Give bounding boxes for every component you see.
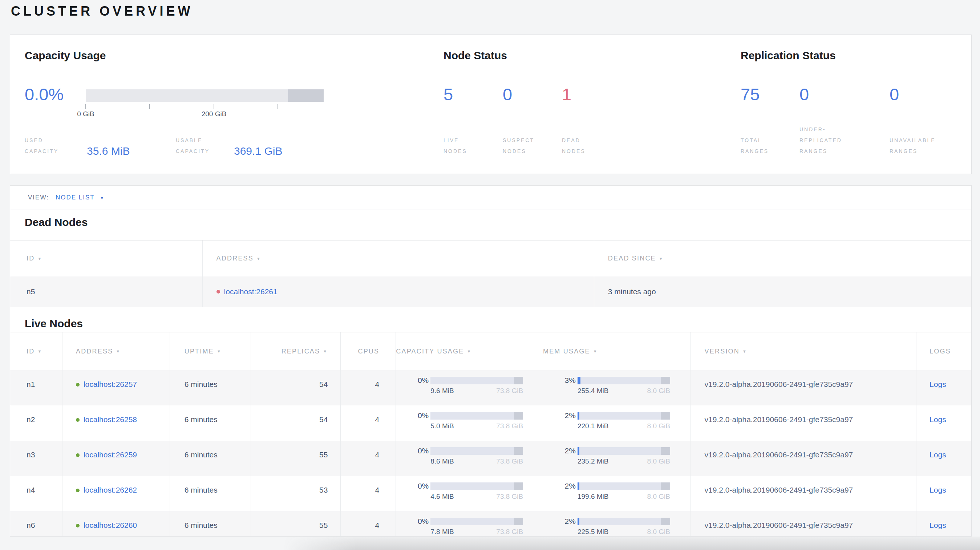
live-node-row: n4localhost:262626 minutes5340%4.6 MiB73… [10,476,971,511]
logs-link[interactable]: Logs [929,521,946,529]
live-node-row: n6localhost:262606 minutes5540%7.8 MiB73… [10,511,971,537]
cluster-overview-page: CLUSTER OVERVIEW Capacity Usage 0.0% 0 G… [0,0,980,550]
sort-desc-icon: ▼ [467,349,471,353]
gauge-tick [149,104,150,109]
usage-total: 8.0 GiB [647,422,670,430]
view-label: VIEW: [28,194,49,201]
sort-desc-icon: ▼ [323,349,328,353]
dead-nodes-label: DEAD NODES [562,135,631,157]
usage-value: 255.4 MiB [578,387,609,395]
logs-link[interactable]: Logs [929,486,946,494]
col-header-address[interactable]: ADDRESS▼ [203,240,594,277]
usage-value: 220.1 MiB [578,422,609,430]
usage-value: 7.8 MiB [430,528,454,536]
usage-total: 8.0 GiB [647,493,670,501]
node-id: n5 [10,277,203,307]
col-header-id[interactable]: ID▼ [10,332,62,370]
nodes-panel: VIEW: NODE LIST ▼ Dead Nodes ID▼ADDRESS▼… [10,185,972,537]
logs-link[interactable]: Logs [929,415,946,424]
sort-desc-icon: ▼ [659,256,663,261]
usage-bar-fill [578,447,579,455]
live-nodes-label: LIVE NODES [444,135,512,157]
dead-status-icon [216,290,220,294]
node-cpus: 4 [341,476,396,511]
usage-total: 73.8 GiB [496,493,523,501]
usage-total: 8.0 GiB [647,387,670,395]
node-address: localhost:26257 [62,370,170,405]
dead-nodes-body: n5localhost:262613 minutes ago [10,277,971,307]
chevron-down-icon: ▼ [100,196,105,200]
mem-usage-cell: 2%235.2 MiB8.0 GiB [543,441,690,476]
capacity-usage-cell: 0%7.8 MiB73.8 GiB [396,511,543,537]
usage-total: 73.8 GiB [496,528,523,536]
node-uptime: 6 minutes [170,370,251,405]
col-header-address[interactable]: ADDRESS▼ [62,332,170,370]
live-nodes-body: n1localhost:262576 minutes5440%9.6 MiB73… [10,370,971,537]
node-uptime: 6 minutes [170,511,251,537]
node-id: n2 [10,405,62,441]
gauge-tick [277,104,278,109]
usage-bar-fill [578,482,579,490]
usage-bar [578,447,670,455]
address-link[interactable]: localhost:26261 [224,287,277,296]
usage-total: 73.8 GiB [496,457,523,465]
address-link[interactable]: localhost:26260 [84,521,137,529]
address-link[interactable]: localhost:26259 [84,450,137,459]
usage-bar-reserved-segment [514,482,523,490]
node-cpus: 4 [341,511,396,537]
address-link[interactable]: localhost:26262 [84,486,137,494]
usage-bar [430,482,523,490]
usage-bar [578,412,670,420]
usage-value: 235.2 MiB [578,457,609,465]
view-selector[interactable]: NODE LIST ▼ [56,194,105,201]
node-version: v19.2.0-alpha.20190606-2491-gfe735c9a97 [690,370,916,405]
usage-percent: 2% [556,447,576,455]
under-replicated-label: UNDER- REPLICATED RANGES [799,124,869,157]
logs-link[interactable]: Logs [929,450,946,459]
sort-desc-icon: ▼ [116,349,121,353]
capacity-usage-cell: 0%9.6 MiB73.8 GiB [396,370,543,405]
usage-bar [430,447,523,455]
node-replicas: 55 [251,511,341,537]
dead-since: 3 minutes ago [594,277,971,307]
node-uptime: 6 minutes [170,441,251,476]
capacity-gauge-reserved-segment [288,89,324,102]
usage-bar-reserved-segment [661,482,670,490]
usage-bar [578,482,670,490]
col-header-version[interactable]: VERSION▼ [690,332,917,370]
node-replicas: 55 [251,441,341,476]
view-selected-value: NODE LIST [56,194,95,201]
dead-nodes-table: ID▼ADDRESS▼DEAD SINCE▼ n5localhost:26261… [10,240,971,307]
col-header-replicas[interactable]: REPLICAS▼ [251,332,341,370]
address-link[interactable]: localhost:26257 [84,380,137,388]
live-nodes-heading: Live Nodes [25,318,83,330]
usage-bar-reserved-segment [661,412,670,420]
node-address: localhost:26258 [62,405,170,441]
node-replicas: 54 [251,405,341,441]
capacity-usage-cell: 0%5.0 MiB73.8 GiB [396,405,543,441]
live-status-icon [76,489,80,492]
node-id: n1 [10,370,62,405]
sort-desc-icon: ▼ [37,349,42,353]
node-uptime: 6 minutes [170,405,251,441]
col-header-capacity-usage[interactable]: CAPACITY USAGE▼ [396,332,543,370]
usage-value: 8.6 MiB [430,457,454,465]
usage-percent: 0% [409,482,429,490]
usage-bar-reserved-segment [514,412,523,420]
sort-desc-icon: ▼ [217,349,221,353]
usage-total: 8.0 GiB [647,528,670,536]
gauge-tick [85,104,86,109]
used-capacity-value: 35.6 MiB [87,145,130,157]
usage-bar-reserved-segment [661,518,670,525]
logs-link[interactable]: Logs [929,380,946,388]
col-header-id[interactable]: ID▼ [10,240,203,277]
address-link[interactable]: localhost:26258 [84,415,137,424]
col-header-mem-usage[interactable]: MEM USAGE▼ [543,332,690,370]
col-header-uptime[interactable]: UPTIME▼ [170,332,251,370]
live-node-row: n3localhost:262596 minutes5540%8.6 MiB73… [10,441,971,476]
usage-bar [430,377,523,384]
gauge-tick-label-0: 0 GiB [77,110,94,118]
col-header-dead-since[interactable]: DEAD SINCE▼ [594,240,971,277]
total-ranges-count: 75 [741,86,759,103]
mem-usage-cell: 2%199.6 MiB8.0 GiB [543,476,690,511]
